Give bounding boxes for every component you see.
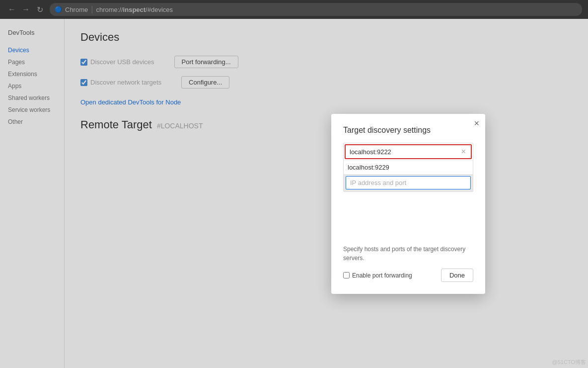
target-item-0: localhost:9222 × — [345, 144, 472, 159]
modal-footer: Enable port forwarding Done — [343, 269, 473, 282]
target-item-1: localhost:9229 — [344, 160, 473, 174]
target-discovery-modal: × Target discovery settings localhost:92… — [331, 114, 485, 294]
enable-forwarding-label[interactable]: Enable port forwarding — [343, 272, 412, 279]
modal-description: Specify hosts and ports of the target di… — [343, 245, 473, 263]
modal-overlay: × Target discovery settings localhost:92… — [0, 0, 588, 368]
done-button[interactable]: Done — [441, 269, 473, 282]
modal-title: Target discovery settings — [343, 126, 473, 135]
enable-forwarding-checkbox[interactable] — [343, 272, 350, 278]
target-value-0: localhost:9222 — [350, 148, 391, 156]
empty-space — [343, 193, 473, 238]
watermark: @51CTO博客 — [552, 359, 586, 366]
target-input-row — [344, 174, 473, 191]
target-remove-0[interactable]: × — [460, 148, 467, 156]
target-input[interactable] — [346, 176, 471, 189]
target-list: localhost:9222 × localhost:9229 — [343, 143, 473, 192]
modal-close-button[interactable]: × — [474, 119, 479, 128]
target-value-1: localhost:9229 — [348, 164, 389, 171]
